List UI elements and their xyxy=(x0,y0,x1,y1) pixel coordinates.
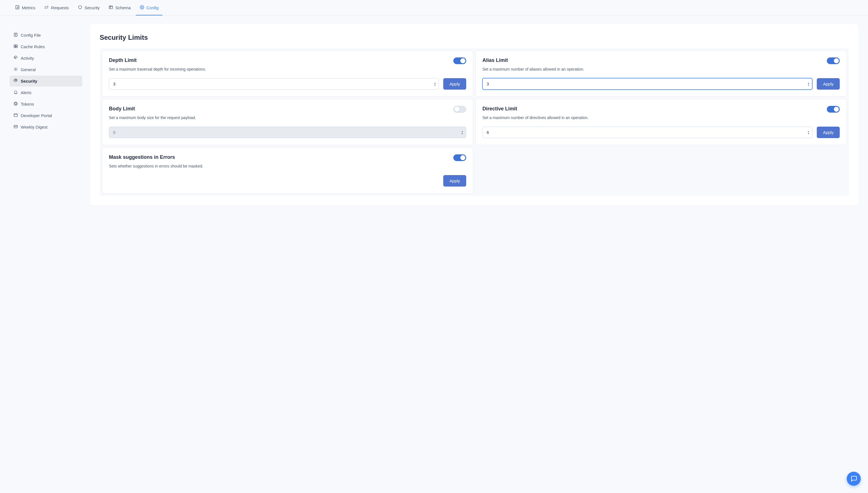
fingerprint-icon xyxy=(14,79,18,84)
mail-icon xyxy=(14,124,18,130)
gear-icon xyxy=(140,5,144,10)
file-icon xyxy=(14,33,18,38)
body-limit-input xyxy=(109,127,466,138)
tab-schema[interactable]: Schema xyxy=(105,0,135,16)
directive-limit-input[interactable] xyxy=(483,127,812,138)
sidebar-item-label: Weekly Digest xyxy=(21,125,48,129)
sidebar-item-label: Security xyxy=(21,79,37,84)
schema-icon xyxy=(109,5,113,10)
svg-rect-7 xyxy=(16,46,17,48)
shield-icon xyxy=(78,5,82,10)
sidebar-item-tokens[interactable]: Tokens xyxy=(9,99,82,109)
top-tabs: Metrics Requests Security Schema Config xyxy=(0,0,868,16)
sidebar-item-general[interactable]: General xyxy=(9,64,82,75)
body-limit-toggle[interactable] xyxy=(453,106,466,113)
tab-label: Security xyxy=(85,5,100,10)
svg-point-2 xyxy=(141,7,142,8)
gear-icon xyxy=(14,67,18,72)
browser-icon xyxy=(14,113,18,118)
stepper-icon[interactable]: ▲▼ xyxy=(433,82,437,86)
coin-icon xyxy=(14,101,18,107)
svg-rect-1 xyxy=(109,6,113,9)
directive-limit-apply-button[interactable]: Apply xyxy=(817,127,840,138)
svg-rect-5 xyxy=(16,45,17,46)
directive-limit-toggle[interactable] xyxy=(827,106,840,113)
stepper-icon[interactable]: ▲▼ xyxy=(807,82,810,86)
alias-limit-toggle[interactable] xyxy=(827,58,840,64)
alias-limit-input[interactable] xyxy=(483,78,812,90)
card-title: Mask suggestions in Errors xyxy=(109,154,175,160)
tab-security[interactable]: Security xyxy=(74,0,104,16)
card-alias-limit: Alias Limit Set a maximum number of alia… xyxy=(475,50,847,97)
requests-icon xyxy=(44,5,49,10)
activity-icon xyxy=(14,56,18,61)
card-desc: Set a maximum traversal depth for incomi… xyxy=(109,67,466,71)
sidebar-item-activity[interactable]: Activity xyxy=(9,53,82,64)
card-title: Alias Limit xyxy=(483,58,508,63)
depth-limit-input[interactable] xyxy=(109,78,439,90)
svg-rect-4 xyxy=(14,45,16,46)
mask-errors-toggle[interactable] xyxy=(453,154,466,161)
sidebar-item-config-file[interactable]: Config File xyxy=(9,30,82,41)
tab-label: Metrics xyxy=(22,5,35,10)
cache-icon xyxy=(14,44,18,49)
stepper-icon: ▲▼ xyxy=(461,130,464,134)
bell-icon xyxy=(14,90,18,95)
tab-label: Requests xyxy=(51,5,69,10)
svg-point-8 xyxy=(15,69,16,70)
svg-point-10 xyxy=(15,103,17,105)
sidebar-item-weekly-digest[interactable]: Weekly Digest xyxy=(9,122,82,132)
svg-rect-6 xyxy=(14,46,16,48)
card-desc: Set a maximum number of directives allow… xyxy=(483,115,840,120)
card-title: Directive Limit xyxy=(483,106,517,112)
sidebar-item-alerts[interactable]: Alerts xyxy=(9,87,82,98)
metrics-icon xyxy=(15,5,20,10)
sidebar-item-label: Developer Portal xyxy=(21,113,52,118)
card-body-limit: Body Limit Set a maximum body size for t… xyxy=(102,99,473,145)
card-desc: Sets whether suggestions in errors shoul… xyxy=(109,164,466,168)
alias-limit-apply-button[interactable]: Apply xyxy=(817,78,840,90)
sidebar-item-cache-rules[interactable]: Cache Rules xyxy=(9,41,82,52)
card-mask-errors: Mask suggestions in Errors Sets whether … xyxy=(102,147,473,194)
stepper-icon[interactable]: ▲▼ xyxy=(807,130,810,134)
sidebar-item-developer-portal[interactable]: Developer Portal xyxy=(9,110,82,121)
depth-limit-toggle[interactable] xyxy=(453,58,466,64)
svg-rect-11 xyxy=(14,114,17,117)
tab-requests[interactable]: Requests xyxy=(40,0,72,16)
depth-limit-apply-button[interactable]: Apply xyxy=(443,78,466,90)
cards-grid: Depth Limit Set a maximum traversal dept… xyxy=(100,48,849,196)
sidebar: Config File Cache Rules Activity General… xyxy=(9,24,82,205)
main-panel: Security Limits Depth Limit Set a maximu… xyxy=(90,24,859,205)
sidebar-item-label: Cache Rules xyxy=(21,44,45,49)
tab-label: Config xyxy=(147,5,158,10)
sidebar-item-label: Tokens xyxy=(21,102,34,106)
card-directive-limit: Directive Limit Set a maximum number of … xyxy=(475,99,847,145)
tab-config[interactable]: Config xyxy=(136,0,162,16)
card-title: Body Limit xyxy=(109,106,135,112)
sidebar-item-label: General xyxy=(21,67,36,72)
card-desc: Set a maximum number of aliases allowed … xyxy=(483,67,840,71)
page-title: Security Limits xyxy=(100,34,849,41)
card-desc: Set a maximum body size for the request … xyxy=(109,115,466,120)
sidebar-item-security[interactable]: Security xyxy=(9,76,82,87)
mask-errors-apply-button[interactable]: Apply xyxy=(443,175,466,187)
svg-point-9 xyxy=(14,102,17,105)
card-depth-limit: Depth Limit Set a maximum traversal dept… xyxy=(102,50,473,97)
tab-label: Schema xyxy=(115,5,131,10)
sidebar-item-label: Config File xyxy=(21,33,41,38)
card-title: Depth Limit xyxy=(109,58,137,63)
sidebar-item-label: Activity xyxy=(21,56,34,61)
sidebar-item-label: Alerts xyxy=(21,90,31,95)
tab-metrics[interactable]: Metrics xyxy=(11,0,39,16)
